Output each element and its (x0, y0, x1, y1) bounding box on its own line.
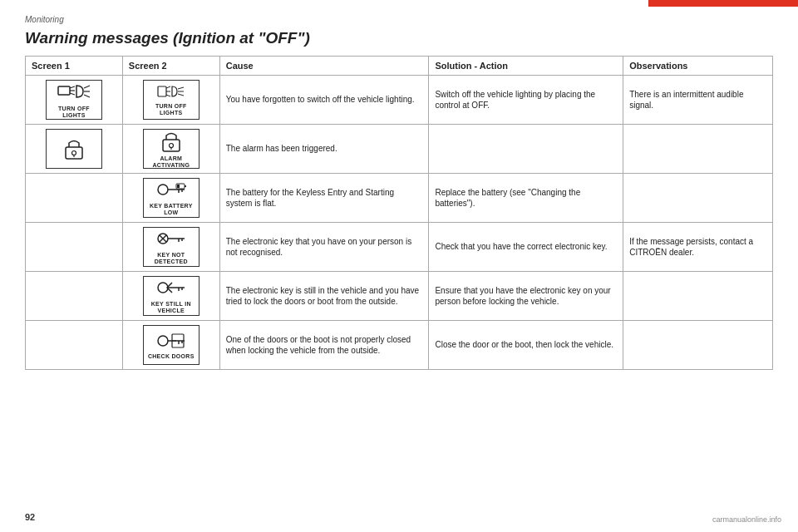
screen-cell-turn-off-lights-small: TURN OFF LIGHTS (122, 76, 219, 125)
icon-label: KEY NOT DETECTED (146, 252, 196, 266)
cause-cell: The electronic key that you have on your… (219, 223, 429, 272)
svg-rect-26 (177, 185, 180, 188)
svg-line-6 (84, 95, 90, 97)
warning-table: Screen 1 Screen 2 Cause Solution - Actio… (25, 56, 773, 370)
cause-cell: The alarm has been triggered. (219, 125, 429, 174)
screen-cell-alarm (26, 125, 123, 174)
svg-point-15 (71, 150, 76, 155)
cause-cell: You have forgotten to switch off the veh… (219, 76, 429, 125)
icon-label: TURN OFF LIGHTS (146, 103, 196, 117)
solution-cell: Switch off the vehicle lighting by placi… (429, 76, 623, 125)
observations-cell (623, 272, 773, 321)
screen-cell-turn-off-lights: TURN OFF LIGHTS (26, 76, 123, 125)
observations-cell (623, 321, 773, 370)
solution-cell: Ensure that you have the electronic key … (429, 272, 623, 321)
svg-point-37 (158, 336, 168, 346)
icon-box-key-battery-low: KEY BATTERY LOW (143, 178, 200, 218)
observations-cell: There is an intermittent audible signal. (623, 76, 773, 125)
screen1-empty (26, 321, 123, 370)
table-row: KEY BATTERY LOW The battery for the Keyl… (26, 174, 773, 223)
cause-cell: The battery for the Keyless Entry and St… (219, 174, 429, 223)
red-bar (648, 0, 798, 7)
screen-cell-alarm-activating: ALARM ACTIVATING (122, 125, 219, 174)
solution-cell (429, 125, 623, 174)
svg-point-20 (158, 185, 168, 195)
svg-line-10 (166, 95, 170, 96)
svg-line-3 (70, 93, 75, 95)
icon-box-check-doors: CHECK DOORS (143, 325, 200, 365)
header-observations: Observations (623, 57, 773, 76)
observations-cell: If the message persists, contact a CITRO… (623, 223, 773, 272)
icon-label: KEY BATTERY LOW (146, 203, 196, 217)
header-cause: Cause (219, 57, 429, 76)
screen1-empty (26, 272, 123, 321)
section-label: Monitoring (25, 15, 773, 24)
solution-cell: Check that you have the correct electron… (429, 223, 623, 272)
svg-line-8 (166, 86, 170, 88)
solution-cell: Replace the battery (see "Changing the b… (429, 174, 623, 223)
table-row: KEY NOT DETECTED The electronic key that… (26, 223, 773, 272)
icon-box-key-still-in-vehicle: KEY STILL IN VEHICLE (143, 276, 200, 316)
key-not-detected-icon (155, 228, 187, 252)
header-screen1: Screen 1 (26, 57, 123, 76)
alarm-icon (59, 135, 89, 163)
icon-label: CHECK DOORS (148, 353, 195, 360)
screen1-empty (26, 223, 123, 272)
svg-line-4 (84, 86, 90, 88)
table-row: CHECK DOORS One of the doors or the boot… (26, 321, 773, 370)
cause-cell: One of the doors or the boot is not prop… (219, 321, 429, 370)
screen-cell-key-still-in-vehicle: KEY STILL IN VEHICLE (122, 272, 219, 321)
key-battery-low-icon (155, 179, 187, 203)
page-title: Warning messages (Ignition at "OFF") (25, 29, 773, 47)
observations-cell (623, 174, 773, 223)
icon-box-turn-off-lights-small: TURN OFF LIGHTS (143, 80, 200, 120)
icon-box-key-not-detected: KEY NOT DETECTED (143, 227, 200, 267)
screen-cell-key-not-detected: KEY NOT DETECTED (122, 223, 219, 272)
header-solution: Solution - Action (429, 57, 623, 76)
screen-cell-key-battery-low: KEY BATTERY LOW (122, 174, 219, 223)
svg-line-13 (178, 94, 184, 96)
header-screen2: Screen 2 (122, 57, 219, 76)
icon-box-alarm-activating: ALARM ACTIVATING (143, 129, 200, 169)
svg-line-11 (178, 87, 184, 89)
icon-label: ALARM ACTIVATING (146, 155, 196, 170)
screen1-empty (26, 174, 123, 223)
page-number: 92 (25, 512, 35, 522)
observations-cell (623, 125, 773, 174)
table-row: ALARM ACTIVATING The alarm has been trig… (26, 125, 773, 174)
screen-cell-check-doors: CHECK DOORS (122, 321, 219, 370)
svg-rect-0 (58, 86, 70, 95)
svg-line-1 (70, 86, 75, 88)
turn-off-lights-icon (57, 80, 91, 106)
table-row: KEY STILL IN VEHICLE The electronic key … (26, 272, 773, 321)
icon-label: TURN OFF LIGHTS (49, 106, 99, 120)
svg-point-18 (169, 144, 173, 148)
icon-label: KEY STILL IN VEHICLE (146, 301, 196, 315)
svg-rect-7 (158, 86, 166, 96)
solution-cell: Close the door or the boot, then lock th… (429, 321, 623, 370)
svg-rect-25 (185, 185, 186, 187)
key-still-in-vehicle-icon (155, 277, 187, 301)
cause-cell: The electronic key is still in the vehic… (219, 272, 429, 321)
table-row: TURN OFF LIGHTS TURN OFF LIGHTS You have… (26, 76, 773, 125)
check-doors-icon (155, 330, 187, 354)
turn-off-lights-small-icon (157, 82, 185, 103)
icon-box-turn-off-lights: TURN OFF LIGHTS (46, 80, 102, 120)
alarm-activating-icon (156, 128, 186, 155)
icon-box-alarm (46, 129, 102, 169)
watermark: carmanualonline.info (712, 515, 781, 524)
